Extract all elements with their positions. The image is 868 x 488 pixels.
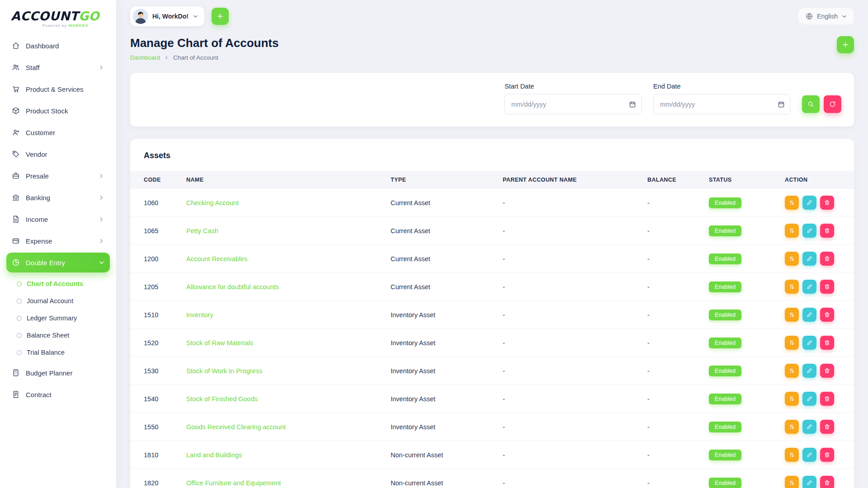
account-name-link[interactable]: Allowance for doubtful accounts bbox=[186, 283, 279, 291]
sidebar-item-presale[interactable]: Presale bbox=[6, 166, 110, 186]
delete-button[interactable] bbox=[820, 364, 834, 378]
transactions-button[interactable] bbox=[785, 392, 799, 406]
delete-button[interactable] bbox=[820, 336, 834, 350]
delete-button[interactable] bbox=[820, 224, 834, 238]
delete-button[interactable] bbox=[820, 476, 834, 488]
edit-button[interactable] bbox=[802, 196, 816, 210]
edit-button[interactable] bbox=[802, 476, 816, 488]
account-name-link[interactable]: Office Furniture and Equipement bbox=[186, 479, 281, 487]
sidebar-item-expense[interactable]: Expense bbox=[6, 231, 110, 251]
column-header-type: TYPE bbox=[385, 171, 497, 189]
account-name-link[interactable]: Goods Received Clearing account bbox=[186, 423, 286, 431]
transactions-button[interactable] bbox=[785, 280, 799, 294]
sidebar-item-contract[interactable]: Contract bbox=[6, 385, 110, 404]
edit-button[interactable] bbox=[802, 280, 816, 294]
app-logo[interactable]: ACCOUNTGO Powered by WORKDO bbox=[0, 0, 116, 31]
breadcrumb-dashboard-link[interactable]: Dashboard bbox=[130, 54, 160, 61]
transactions-button[interactable] bbox=[785, 224, 799, 238]
sidebar-subitem-chart-of-accounts[interactable]: Chart of Accounts bbox=[6, 275, 110, 292]
status-badge: Enabled bbox=[709, 450, 741, 460]
sidebar-subitem-balance-sheet[interactable]: Balance Sheet bbox=[6, 327, 110, 344]
trash-icon bbox=[824, 395, 830, 402]
cell-code: 1540 bbox=[130, 385, 181, 413]
account-name-link[interactable]: Petty Cash bbox=[186, 227, 218, 235]
sidebar-item-budget-planner[interactable]: Budget Planner bbox=[6, 363, 110, 383]
end-date-input[interactable] bbox=[653, 94, 790, 114]
cell-parent-account: - bbox=[497, 217, 642, 245]
transactions-button[interactable] bbox=[785, 308, 799, 322]
sidebar-item-customer[interactable]: Customer bbox=[6, 122, 110, 142]
transactions-button[interactable] bbox=[785, 420, 799, 434]
end-date-label: End Date bbox=[653, 83, 790, 90]
account-name-link[interactable]: Stock of Work In Progress bbox=[186, 367, 262, 375]
account-name-link[interactable]: Checking Account bbox=[186, 199, 239, 206]
edit-button[interactable] bbox=[802, 392, 816, 406]
transactions-button[interactable] bbox=[785, 196, 799, 210]
delete-button[interactable] bbox=[820, 392, 834, 406]
user-menu[interactable]: Hi, WorkDo! bbox=[130, 6, 204, 26]
sidebar-item-product-stock[interactable]: Product Stock bbox=[6, 101, 110, 121]
edit-button[interactable] bbox=[802, 224, 816, 238]
header-add-button[interactable] bbox=[212, 8, 229, 25]
filter-search-button[interactable] bbox=[802, 95, 820, 113]
calendar-icon[interactable] bbox=[629, 101, 636, 108]
chevron-right-icon bbox=[164, 55, 169, 60]
sidebar-subitem-trial-balance[interactable]: Trial Balance bbox=[6, 344, 110, 361]
sidebar-item-banking[interactable]: Banking bbox=[6, 188, 110, 207]
cell-balance: - bbox=[642, 301, 703, 329]
cell-type: Inventory Asset bbox=[385, 413, 497, 441]
edit-button[interactable] bbox=[802, 364, 816, 378]
sidebar-item-label: Vendor bbox=[26, 150, 47, 158]
filter-reset-button[interactable] bbox=[824, 95, 841, 113]
transactions-button[interactable] bbox=[785, 448, 799, 462]
cell-parent-account: - bbox=[497, 413, 642, 441]
sidebar-item-vendor[interactable]: Vendor bbox=[6, 144, 110, 164]
circle-icon bbox=[17, 299, 22, 304]
account-name-link[interactable]: Stock of Finished Goods bbox=[186, 395, 258, 403]
delete-button[interactable] bbox=[820, 280, 834, 294]
sidebar-item-product-services[interactable]: Product & Services bbox=[6, 79, 110, 99]
delete-button[interactable] bbox=[820, 252, 834, 266]
calendar-icon[interactable] bbox=[778, 101, 785, 108]
cell-balance: - bbox=[642, 469, 703, 488]
swap-icon bbox=[788, 479, 795, 486]
account-name-link[interactable]: Stock of Raw Materials bbox=[186, 339, 253, 347]
cell-balance: - bbox=[642, 217, 703, 245]
add-chart-account-button[interactable] bbox=[837, 36, 854, 53]
account-name-link[interactable]: Land and Buildings bbox=[186, 451, 242, 459]
sidebar-item-label: Staff bbox=[26, 64, 40, 71]
delete-button[interactable] bbox=[820, 196, 834, 210]
edit-button[interactable] bbox=[802, 420, 816, 434]
delete-button[interactable] bbox=[820, 308, 834, 322]
circle-icon bbox=[17, 282, 22, 286]
transactions-button[interactable] bbox=[785, 252, 799, 266]
account-name-link[interactable]: Account Receivables bbox=[186, 255, 247, 263]
cell-code: 1550 bbox=[130, 413, 181, 441]
edit-button[interactable] bbox=[802, 448, 816, 462]
sidebar-item-income[interactable]: Income bbox=[6, 209, 110, 229]
delete-button[interactable] bbox=[820, 420, 834, 434]
logo-secondary: GO bbox=[79, 9, 99, 23]
language-selector[interactable]: English bbox=[798, 8, 854, 24]
sidebar-item-dashboard[interactable]: Dashboard bbox=[6, 36, 110, 56]
table-row: 1205Allowance for doubtful accountsCurre… bbox=[130, 273, 854, 301]
section-title: Assets bbox=[144, 151, 840, 160]
banking-icon bbox=[12, 193, 20, 202]
transactions-button[interactable] bbox=[785, 476, 799, 488]
sidebar-subitem-ledger-summary[interactable]: Ledger Summary bbox=[6, 310, 110, 327]
sidebar-item-label: Presale bbox=[26, 172, 49, 180]
edit-button[interactable] bbox=[802, 252, 816, 266]
logo-text: ACCOUNTGO bbox=[11, 9, 105, 23]
delete-button[interactable] bbox=[820, 448, 834, 462]
transactions-button[interactable] bbox=[785, 336, 799, 350]
start-date-input[interactable] bbox=[505, 94, 642, 114]
sidebar-item-double-entry[interactable]: Double Entry bbox=[6, 253, 110, 272]
edit-button[interactable] bbox=[802, 308, 816, 322]
sidebar-item-staff[interactable]: Staff bbox=[6, 57, 110, 77]
account-name-link[interactable]: Inventory bbox=[186, 311, 213, 319]
transactions-button[interactable] bbox=[785, 364, 799, 378]
trash-icon bbox=[824, 311, 830, 318]
edit-button[interactable] bbox=[802, 336, 816, 350]
sidebar-subitem-journal-account[interactable]: Journal Account bbox=[6, 292, 110, 310]
end-date-group: End Date bbox=[653, 83, 790, 114]
